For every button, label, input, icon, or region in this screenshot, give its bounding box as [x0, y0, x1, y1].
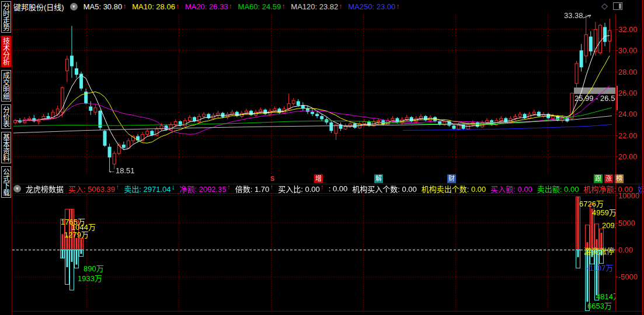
sidebar-item-技术分析[interactable]: 技术分析 — [1, 36, 11, 67]
indicator-field-blank: : 0.00 — [329, 184, 348, 193]
data-label: 2092 — [602, 221, 615, 230]
data-label: 1933万 — [78, 272, 102, 284]
main-chart-annotations: 33.38←18.5125.99 - 26.50 — [12, 0, 615, 184]
axis-label-24.00: 24.00 — [618, 110, 638, 118]
event-marker-增[interactable]: 增 — [314, 174, 323, 183]
gap-axis-bracket — [617, 86, 620, 110]
event-marker-解[interactable]: 解 — [374, 174, 383, 183]
axis-label-26.00: 26.00 — [618, 89, 638, 97]
axis-label-5000: 5000 — [618, 219, 635, 228]
window-right-border — [642, 0, 643, 315]
data-label: -1107万 — [587, 262, 613, 273]
axis-label-0.00: 0.00 — [618, 246, 633, 254]
event-marker-涨[interactable]: 涨 — [604, 174, 613, 183]
axis-label-32.00: 32.00 — [618, 25, 638, 34]
axis-border-line — [615, 14, 616, 311]
sidebar-item-公式下载[interactable]: 公式下载 — [1, 166, 11, 198]
axis-label-20.00: 20.00 — [618, 152, 638, 161]
low-price-label: ←18.51 — [108, 166, 135, 175]
axis-label-28.00: 28.00 — [618, 68, 638, 76]
axis-label-10000: 10000 — [618, 191, 639, 200]
data-label: 1279万 — [64, 229, 89, 240]
left-tab-sidebar: 分时走势技术分析成交明细分价表基本资料公式下载 — [0, 0, 12, 315]
axis-label-22.00: 22.00 — [618, 131, 638, 140]
indicator-header: ▾ 龙虎榜数据 买入: 5063.39↑卖出: 2971.04↓净额: 2092… — [13, 184, 644, 193]
event-marker-财[interactable]: 财 — [447, 174, 456, 183]
event-marker-榜[interactable]: 榜 — [615, 174, 624, 183]
sidebar-item-分价表[interactable]: 分价表 — [1, 104, 11, 129]
sidebar-item-分时走势[interactable]: 分时走势 — [1, 1, 11, 33]
event-marker-跟[interactable]: 跟 — [594, 174, 603, 183]
sidebar-item-基本资料[interactable]: 基本资料 — [1, 132, 11, 163]
high-price-label: 33.38 — [564, 11, 583, 20]
axis-label-30.00: 30.00 — [618, 46, 638, 55]
sidebar-item-成交明细[interactable]: 成交明细 — [1, 70, 11, 102]
trading-app-window: 分时走势技术分析成交明细分价表基本资料公式下载 键邦股份(日线) ▾ MA5: … — [0, 0, 644, 315]
chevron-down-icon[interactable]: ▾ — [13, 185, 21, 192]
data-label: 游资涨停 — [584, 245, 614, 256]
bottom-border-line — [12, 311, 643, 312]
event-marker-S[interactable]: S — [270, 175, 274, 182]
sub-chart-annotations: 1765万1044万1279万890万1933万6726万4959万2092游资… — [12, 194, 615, 311]
data-label: 4959万 — [592, 206, 615, 218]
field-value: : 0.00 — [329, 184, 348, 193]
axis-label--5000: -5000 — [618, 272, 638, 281]
data-label: 6653万 — [587, 300, 612, 311]
gap-range-label: 25.99 - 26.50 — [575, 94, 615, 103]
